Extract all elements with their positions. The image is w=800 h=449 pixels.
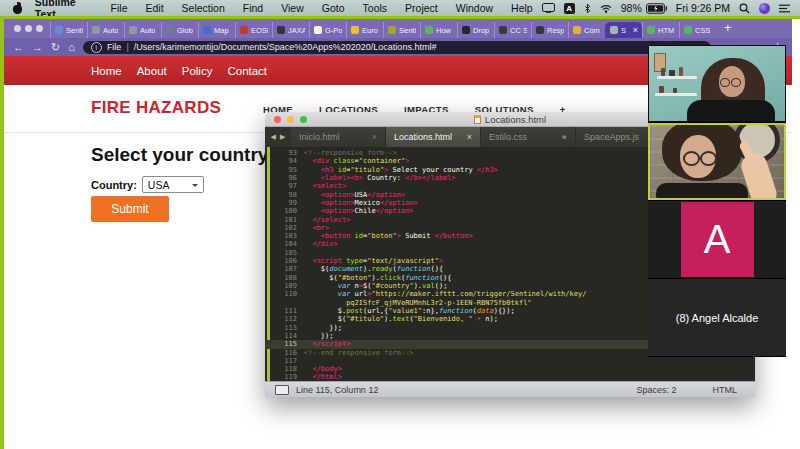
editor-tab[interactable]: Inicio.html× [291, 127, 386, 147]
notification-center-icon[interactable] [779, 4, 790, 13]
webcam-video-participant-1[interactable] [648, 45, 786, 122]
browser-tab[interactable]: Senti [50, 22, 87, 38]
menu-item-goto[interactable]: Goto [313, 2, 354, 14]
code-text: var n=$("#country").val(); [304, 282, 447, 290]
favicon-icon [92, 26, 100, 34]
address-bar[interactable]: i File | /Users/karimemontijo/Documents/… [83, 41, 711, 54]
window-controls[interactable] [10, 19, 50, 38]
editor-tab[interactable]: Estilo.css● [481, 127, 576, 147]
tab-close-icon[interactable]: × [372, 132, 377, 142]
favicon-icon [388, 26, 396, 34]
spotlight-search-icon[interactable] [739, 3, 750, 14]
browser-tab[interactable]: CC S [494, 22, 531, 38]
code-token: </select> [312, 216, 350, 224]
new-tab-button[interactable]: + [724, 20, 732, 35]
menu-item-edit[interactable]: Edit [136, 2, 172, 14]
vintage-mode-icon[interactable] [275, 385, 289, 395]
browser-tab[interactable]: JAXA [272, 22, 309, 38]
browser-tab[interactable]: Euro [346, 22, 383, 38]
keyboard-layout-icon[interactable]: A [564, 3, 575, 14]
browser-tab[interactable]: Senti [383, 22, 420, 38]
browser-tab[interactable]: G-Po [309, 22, 346, 38]
participant-avatar-tile[interactable]: A [648, 201, 786, 278]
menu-item-selection[interactable]: Selection [173, 2, 234, 14]
browser-tab[interactable]: Glob [161, 22, 198, 38]
menu-item-window[interactable]: Window [447, 2, 502, 14]
battery-icon[interactable] [646, 3, 667, 14]
scroll-right-icon[interactable]: ▶ [280, 133, 285, 141]
browser-tab-label: Resp [547, 26, 564, 35]
bluetooth-icon[interactable] [584, 3, 591, 14]
menu-item-tools[interactable]: Tools [354, 2, 397, 14]
siri-icon[interactable] [759, 3, 770, 14]
country-select[interactable]: USA [142, 176, 204, 193]
shelf-item [673, 88, 677, 93]
browser-tab[interactable]: Cóm [568, 22, 605, 38]
code-token: "boton" [367, 232, 397, 240]
browser-tab-label: Map [214, 26, 229, 35]
menu-item-file[interactable]: File [102, 2, 137, 14]
browser-tab[interactable]: S× [605, 22, 642, 38]
line-number: 103 [265, 232, 304, 240]
code-token: Mexico [355, 199, 380, 207]
display-mirroring-icon[interactable] [542, 3, 555, 13]
apple-icon[interactable] [12, 3, 22, 14]
top-nav-link-contact[interactable]: Contact [227, 65, 267, 77]
window-minimize-button[interactable] [25, 25, 32, 32]
window-close-button[interactable] [14, 25, 21, 32]
menu-item-view[interactable]: View [272, 2, 313, 14]
browser-tab[interactable]: How [420, 22, 457, 38]
battery-percent[interactable]: 98% [621, 2, 642, 14]
top-nav-link-policy[interactable]: Policy [182, 65, 213, 77]
browser-tab[interactable]: Drop [457, 22, 494, 38]
favicon-icon [240, 26, 248, 34]
code-text: }); [304, 332, 334, 340]
syntax-setting[interactable]: HTML [713, 385, 738, 395]
tab-close-icon[interactable]: × [467, 132, 472, 142]
menu-item-help[interactable]: Help [502, 2, 542, 14]
menu-item-find[interactable]: Find [234, 2, 272, 14]
forward-icon[interactable]: → [32, 42, 43, 53]
browser-tab[interactable]: HTM [642, 22, 679, 38]
submit-button[interactable]: Submit [91, 196, 169, 222]
favicon-icon [203, 26, 211, 34]
browser-tab[interactable]: CSS [679, 22, 716, 38]
top-nav-link-about[interactable]: About [137, 65, 167, 77]
window-close-button[interactable] [274, 116, 281, 123]
browser-tab[interactable]: EOSD [235, 22, 272, 38]
sublime-window-controls[interactable] [274, 116, 307, 123]
browser-tab[interactable]: Auto [87, 22, 124, 38]
code-text: <br> [304, 224, 329, 232]
tab-close-icon[interactable]: × [633, 26, 638, 35]
webcam-video-participant-2-active[interactable] [648, 123, 786, 200]
browser-tab[interactable]: Resp [531, 22, 568, 38]
code-token: <!--responsive form--> [304, 149, 397, 157]
back-icon[interactable]: ← [13, 42, 24, 53]
window-zoom-button[interactable] [300, 116, 307, 123]
window-minimize-button[interactable] [287, 116, 294, 123]
video-call-panel: A (8) Angel Alcalde [648, 45, 786, 357]
participant-name-tile[interactable]: (8) Angel Alcalde [648, 279, 786, 356]
menu-clock[interactable]: Fri 9:26 PM [676, 2, 730, 14]
glasses [720, 78, 730, 87]
indentation-setting[interactable]: Spaces: 2 [636, 385, 676, 395]
tab-scroll-arrows[interactable]: ◀ ▶ [265, 127, 291, 147]
menu-item-project[interactable]: Project [396, 2, 447, 14]
browser-tab[interactable]: Map [198, 22, 235, 38]
page-info-icon[interactable]: i [91, 42, 102, 53]
top-nav-link-home[interactable]: Home [91, 65, 122, 77]
wifi-icon[interactable] [600, 4, 612, 13]
code-text: <!--responsive form--> [304, 149, 397, 157]
window-zoom-button[interactable] [36, 25, 43, 32]
browser-tab[interactable]: Auto [124, 22, 161, 38]
modified-dot-icon[interactable]: ● [562, 132, 567, 142]
editor-tab[interactable]: Locations.html× [386, 127, 481, 147]
code-text: <label><b> Country: </b></label> [304, 174, 456, 182]
person-shoulders [687, 100, 775, 122]
line-number: 117 [265, 357, 304, 365]
home-icon[interactable]: ⌂ [68, 42, 75, 53]
reload-icon[interactable]: ↻ [51, 42, 60, 53]
line-number: 116 [265, 349, 304, 357]
code-token: <!--end responsive form--> [304, 349, 414, 357]
scroll-left-icon[interactable]: ◀ [271, 133, 276, 141]
